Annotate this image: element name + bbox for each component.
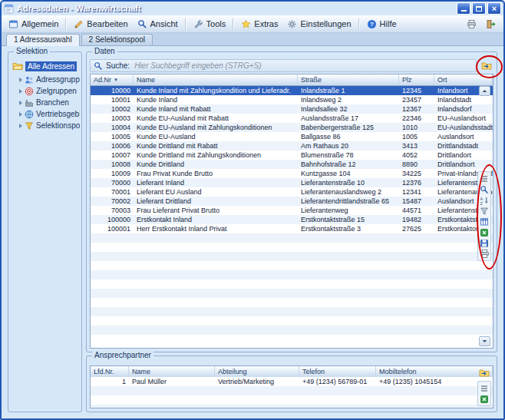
search-icon xyxy=(94,61,103,71)
cell xyxy=(215,405,299,408)
expander-icon[interactable] xyxy=(19,78,22,82)
column-header-telefon[interactable]: Telefon xyxy=(299,366,376,377)
cell: 22346 xyxy=(399,114,434,123)
address-row[interactable]: 100000Erstkontakt InlandErstkontaktstraß… xyxy=(91,215,493,224)
cell xyxy=(134,289,298,298)
address-row[interactable]: 10004Kunde EU-Ausland mit Zahlungskondit… xyxy=(91,123,493,132)
cell xyxy=(399,326,434,335)
contacts-export-excel-button[interactable] xyxy=(479,394,490,404)
scroll-up-button[interactable] xyxy=(479,86,490,96)
tab-2-selektionspool[interactable]: 2 Selektionspool xyxy=(81,34,153,45)
cell: Erstkontaktstraße 15 xyxy=(298,215,399,224)
cell: Blumenstraße 78 xyxy=(298,150,399,160)
menu-hilfe[interactable]: ?Hilfe xyxy=(362,18,401,31)
scroll-down-button[interactable] xyxy=(479,336,490,346)
address-row[interactable]: 70000Lieferant InlandLieferantenstraße 1… xyxy=(91,178,493,187)
header-label: Ort xyxy=(437,76,447,84)
close-button[interactable] xyxy=(487,2,501,15)
menu-ansicht[interactable]: Ansicht xyxy=(133,18,183,31)
menu-label: Bearbeiten xyxy=(87,19,127,28)
empty-row xyxy=(91,326,493,335)
cell xyxy=(91,326,134,335)
column-header-abteilung[interactable]: Abteilung xyxy=(215,366,299,377)
column-header-name[interactable]: Name xyxy=(129,366,215,377)
cell xyxy=(91,289,134,298)
address-row[interactable]: 10001Kunde InlandInlandsweg 223457Inland… xyxy=(91,95,493,104)
expander-icon[interactable] xyxy=(19,112,22,117)
tree-item-selektionspools[interactable]: Selektionspools xyxy=(19,120,80,131)
tab-1-adressauswahl[interactable]: 1 Adressauswahl xyxy=(6,34,80,46)
search-label: Suche: xyxy=(106,61,130,70)
address-row[interactable]: 10000Kunde Inland mit Zahlungskondition … xyxy=(91,86,493,95)
ansprechpartner-caption: Ansprechpartner xyxy=(92,351,153,360)
address-row[interactable]: 70001Lieferant EU AuslandLieferantenausl… xyxy=(91,187,493,197)
cell: Kunde Inland mit Zahlungskondition und L… xyxy=(134,86,298,95)
grid-print-button[interactable] xyxy=(479,249,490,259)
cell xyxy=(399,279,434,289)
column-header-ad-nr[interactable]: Ad.Nr▼ xyxy=(91,74,134,85)
grid-save-button[interactable] xyxy=(479,238,490,248)
cell: Kunde EU-Ausland mit Rabatt xyxy=(134,114,298,123)
menu-extras[interactable]: Extras xyxy=(236,18,282,31)
cell: 1005 xyxy=(399,132,434,141)
tree-item-branchen[interactable]: Branchen xyxy=(19,97,80,108)
cell: Vertrieb/Marketing xyxy=(215,377,299,386)
tree-item-zielgruppen[interactable]: Zielgruppen xyxy=(19,85,80,97)
cell xyxy=(399,289,434,298)
search-input[interactable] xyxy=(133,61,473,71)
expander-icon[interactable] xyxy=(19,89,22,94)
header-label: Name xyxy=(137,76,155,84)
empty-row xyxy=(91,307,493,316)
address-row[interactable]: 10003Kunde EU-Ausland mit RabattAuslands… xyxy=(91,114,493,123)
column-header-mobiltelefon[interactable]: Mobiltelefon xyxy=(376,366,493,377)
maximize-button[interactable] xyxy=(472,2,486,15)
address-row[interactable]: 70003Frau Lieferant Privat BruttoLiefera… xyxy=(91,206,493,215)
address-row[interactable]: 10002Kunde Inland mit RabattInlandsallee… xyxy=(91,104,493,114)
tree-item-vertriebsgebiete[interactable]: Vertriebsgebiete xyxy=(19,108,80,120)
contact-row[interactable]: 1Paul MüllerVertrieb/Marketing+49 (1234)… xyxy=(91,377,493,386)
grid-columns-button[interactable] xyxy=(479,217,490,227)
contacts-menu-button[interactable] xyxy=(479,383,490,393)
minimize-button[interactable] xyxy=(457,2,470,15)
grid-filter-button[interactable] xyxy=(479,206,490,216)
address-row[interactable]: 10007Kunde Drittland mit Zahlungskonditi… xyxy=(91,150,493,160)
column-header-plz[interactable]: Plz xyxy=(399,74,434,85)
menubar: AllgemeinBearbeitenAnsichtToolsExtrasEin… xyxy=(2,15,503,33)
expander-icon[interactable] xyxy=(19,101,22,105)
empty-row xyxy=(91,270,493,279)
table-export-button[interactable] xyxy=(480,60,493,72)
grid-sort-button[interactable]: AZ xyxy=(479,195,490,205)
contacts-export-button[interactable] xyxy=(477,367,491,379)
grid-search-button[interactable] xyxy=(479,184,490,194)
address-row[interactable]: 10005Kunde EU-AuslandBallgasse 861005Aus… xyxy=(91,132,493,141)
column-header-stra-e[interactable]: Straße xyxy=(298,74,399,85)
empty-row xyxy=(91,243,493,252)
cell xyxy=(298,307,399,316)
print-button[interactable] xyxy=(463,17,480,31)
empty-row xyxy=(91,316,493,326)
address-row[interactable]: 100001Herr Erstkontakt Inland PrivatErst… xyxy=(91,224,493,233)
column-header-ort[interactable]: Ort xyxy=(434,74,493,85)
column-header-name[interactable]: Name xyxy=(134,74,298,85)
grid-export-excel-button[interactable] xyxy=(479,227,490,237)
tree-item-alle-adressen[interactable]: Alle Adressen xyxy=(12,60,80,72)
tree-item-adressgruppen[interactable]: Adressgruppen xyxy=(19,74,80,85)
cell xyxy=(91,316,134,326)
address-row[interactable]: 10006Kunde Drittland mit RabattAm Rathau… xyxy=(91,141,493,150)
menu-allgemein[interactable]: Allgemein xyxy=(4,18,63,31)
grid-menu-button[interactable] xyxy=(479,174,490,184)
address-row[interactable]: 70002Lieferant DrittlandLieferantendritt… xyxy=(91,197,493,206)
menu-einstellungen[interactable]: Einstellungen xyxy=(282,18,355,31)
address-row[interactable]: 10009Frau Privat Kunde BruttoKuntzgasse … xyxy=(91,169,493,178)
contacts-grid-header: Lfd.Nr.NameAbteilungTelefonMobiltelefon xyxy=(91,366,493,378)
cell xyxy=(299,405,376,408)
menu-label: Allgemein xyxy=(21,19,58,28)
cell: 1 xyxy=(91,377,129,386)
address-row[interactable]: 10008Kunde DrittlandBahnhofstraße 128890… xyxy=(91,160,493,169)
exit-button[interactable] xyxy=(482,17,499,31)
expander-icon[interactable] xyxy=(19,124,22,128)
menu-bearbeiten[interactable]: Bearbeiten xyxy=(69,18,132,31)
column-header-lfd-nr[interactable]: Lfd.Nr. xyxy=(91,366,129,377)
menu-tools[interactable]: Tools xyxy=(189,18,231,31)
cell: 27625 xyxy=(399,224,434,233)
